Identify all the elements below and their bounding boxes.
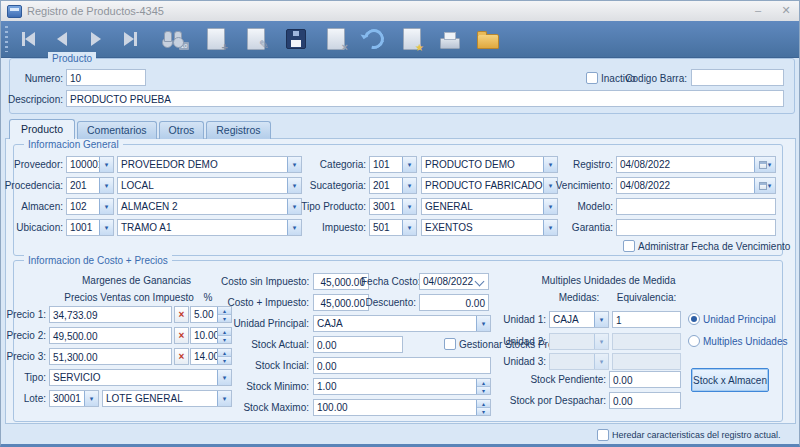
- minimize-button[interactable]: –: [745, 1, 771, 20]
- stock-minimo-stepper[interactable]: 1.00▴▾: [313, 378, 491, 395]
- ubicacion-code-combo[interactable]: 1001▾: [66, 219, 114, 236]
- insert-record-button[interactable]: +: [201, 24, 231, 54]
- unidad1-medida-combo[interactable]: CAJA▾: [549, 311, 609, 328]
- sucategoria-code-combo[interactable]: 201▾: [369, 177, 417, 194]
- unidad-principal-combo[interactable]: CAJA▾: [313, 315, 491, 332]
- chevron-down-icon[interactable]: ▾: [402, 157, 416, 172]
- multiples-unidades-radio[interactable]: [688, 335, 700, 347]
- pct-header: %: [194, 289, 222, 306]
- delete-record-button[interactable]: ×: [321, 24, 351, 54]
- chevron-down-icon[interactable]: ▾: [476, 316, 490, 331]
- tab-producto[interactable]: Producto: [9, 119, 75, 139]
- chevron-down-icon[interactable]: ▾: [99, 157, 113, 172]
- edit-record-button[interactable]: ✎: [241, 24, 271, 54]
- inactivo-checkbox[interactable]: [586, 72, 598, 84]
- sucategoria-label: Sucategoria:: [301, 177, 366, 194]
- proveedor-code-combo[interactable]: 100001▾: [66, 156, 114, 173]
- chevron-down-icon[interactable]: ▾: [402, 178, 416, 193]
- chevron-down-icon[interactable]: ▾: [594, 312, 608, 327]
- stock-inicial-field[interactable]: 0.00: [313, 357, 491, 374]
- print-button[interactable]: [435, 24, 465, 54]
- chevron-down-icon[interactable]: ▾: [287, 178, 301, 193]
- numero-label: Numero:: [3, 70, 63, 87]
- search-button[interactable]: 10: [159, 24, 189, 54]
- calendar-icon[interactable]: ▾: [754, 157, 775, 172]
- stock-maximo-stepper[interactable]: 100.00▴▾: [313, 399, 491, 416]
- chevron-down-icon[interactable]: ▾: [99, 178, 113, 193]
- stock-minimo-label: Stock Minimo:: [221, 378, 309, 395]
- descuento-field[interactable]: 0.00: [419, 294, 489, 311]
- toolbar-grip[interactable]: [5, 26, 8, 52]
- vencimiento-date-picker[interactable]: 04/08/2022▾: [616, 177, 776, 194]
- stock-actual-field[interactable]: 0.00: [313, 336, 403, 353]
- codigo-barra-label: Codigo Barra:: [601, 70, 687, 87]
- sucategoria-name-combo[interactable]: PRODUCTO FABRICADO▾: [421, 177, 558, 194]
- tipo-producto-code-combo[interactable]: 3001▾: [369, 198, 417, 215]
- categoria-name-combo[interactable]: PRODUCTO DEMO▾: [421, 156, 558, 173]
- open-button[interactable]: [473, 24, 503, 54]
- spinner-icon[interactable]: ▴▾: [476, 379, 490, 394]
- close-button[interactable]: ✕: [773, 1, 799, 20]
- first-record-button[interactable]: [13, 24, 43, 54]
- chevron-down-icon[interactable]: ▾: [287, 220, 301, 235]
- clear-precio3-button[interactable]: ×: [174, 348, 189, 365]
- chevron-down-icon[interactable]: ▾: [99, 199, 113, 214]
- stock-x-almacen-button[interactable]: Stock x Almacen: [691, 368, 769, 392]
- procedencia-name-combo[interactable]: LOCAL▾: [117, 177, 302, 194]
- precios-header: Precios Ventas con Impuesto: [49, 289, 209, 306]
- wizard-page-icon: ★: [403, 28, 421, 50]
- fecha-costo-combo[interactable]: 04/08/2022: [419, 273, 489, 290]
- wizard-button[interactable]: ★: [397, 24, 427, 54]
- lote-code-combo[interactable]: 30001▾: [49, 390, 99, 407]
- registro-date-picker[interactable]: 04/08/2022▾: [616, 156, 776, 173]
- numero-field[interactable]: 10: [66, 69, 146, 86]
- tab-registros[interactable]: Registros: [206, 121, 270, 139]
- garantia-field[interactable]: [616, 219, 776, 236]
- unidad-principal-radio[interactable]: [688, 313, 700, 325]
- precio3-field[interactable]: 51,300.00: [49, 348, 172, 365]
- ubicacion-label: Ubicacion:: [3, 219, 63, 236]
- last-record-button[interactable]: [115, 24, 145, 54]
- tipo-producto-name-combo[interactable]: GENERAL▾: [421, 198, 558, 215]
- save-record-button[interactable]: [281, 24, 311, 54]
- stock-inicial-label: Stock Incial:: [221, 357, 309, 374]
- tab-otros[interactable]: Otros: [159, 121, 205, 139]
- stock-despachar-field[interactable]: 0.00: [609, 392, 681, 409]
- tab-comentarios[interactable]: Comentarios: [77, 121, 157, 139]
- chevron-down-icon[interactable]: ▾: [287, 157, 301, 172]
- chevron-down-icon[interactable]: ▾: [84, 391, 98, 406]
- unidad1-equivalencia-field[interactable]: 1: [612, 311, 681, 328]
- modelo-field[interactable]: [616, 198, 776, 215]
- impuesto-code-combo[interactable]: 501▾: [369, 219, 417, 236]
- procedencia-code-combo[interactable]: 201▾: [66, 177, 114, 194]
- chevron-down-icon[interactable]: [475, 277, 485, 287]
- ubicacion-name-combo[interactable]: TRAMO A1▾: [117, 219, 302, 236]
- heredar-checkbox[interactable]: [597, 429, 609, 441]
- impuesto-name-combo[interactable]: EXENTOS▾: [421, 219, 558, 236]
- precio2-field[interactable]: 49,500.00: [49, 327, 172, 344]
- spinner-icon[interactable]: ▴▾: [476, 400, 490, 415]
- stock-pendiente-label: Stock Pendiente:: [521, 371, 606, 388]
- refresh-button[interactable]: [359, 24, 389, 54]
- chevron-down-icon[interactable]: ▾: [402, 220, 416, 235]
- administrar-vencimiento-checkbox[interactable]: [623, 240, 635, 252]
- chevron-down-icon[interactable]: ▾: [402, 199, 416, 214]
- chevron-down-icon[interactable]: ▾: [99, 220, 113, 235]
- codigo-barra-field[interactable]: [691, 69, 784, 86]
- prior-record-button[interactable]: [47, 24, 77, 54]
- calendar-icon[interactable]: ▾: [754, 178, 775, 193]
- clear-precio1-button[interactable]: ×: [174, 306, 189, 323]
- proveedor-name-combo[interactable]: PROVEEDOR DEMO▾: [117, 156, 302, 173]
- almacen-code-combo[interactable]: 102▾: [66, 198, 114, 215]
- categoria-code-combo[interactable]: 101▾: [369, 156, 417, 173]
- almacen-name-combo[interactable]: ALMACEN 2▾: [117, 198, 302, 215]
- clear-precio2-button[interactable]: ×: [174, 327, 189, 344]
- precio1-field[interactable]: 34,733.09: [49, 306, 172, 323]
- lote-name-combo[interactable]: LOTE GENERAL▾: [102, 390, 232, 407]
- tipo-combo[interactable]: SERVICIO▾: [49, 369, 232, 386]
- stock-pendiente-field[interactable]: 0.00: [609, 371, 681, 388]
- chevron-down-icon[interactable]: ▾: [287, 199, 301, 214]
- next-record-button[interactable]: [81, 24, 111, 54]
- descripcion-field[interactable]: PRODUCTO PRUEBA: [66, 90, 784, 107]
- gestionar-stocks-checkbox[interactable]: [444, 338, 456, 350]
